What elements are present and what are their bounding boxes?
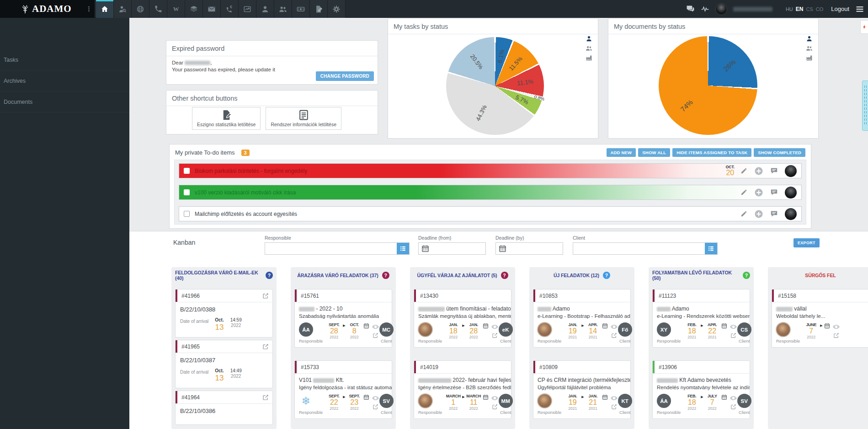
- calendar-icon[interactable]: [602, 323, 608, 329]
- responsible-avatar[interactable]: [538, 322, 552, 337]
- user-avatar[interactable]: [715, 3, 727, 15]
- kanban-card[interactable]: #15761 - 2022 - 10 Szabadság nyilvántart…: [294, 289, 392, 348]
- responsible-list-button[interactable]: [397, 243, 409, 254]
- nav-item-billing-phone[interactable]: [221, 0, 239, 18]
- card-title[interactable]: 2022- február havi fejles...: [414, 374, 511, 383]
- help-icon[interactable]: ?: [266, 272, 273, 279]
- todo-checkbox[interactable]: [184, 168, 190, 174]
- card-title[interactable]: Adamo: [653, 302, 750, 312]
- kanban-card[interactable]: #11123 Adamo e-Learning - Rendszerek köz…: [652, 289, 750, 348]
- watch-icon[interactable]: [610, 323, 618, 331]
- menu-dots-icon[interactable]: [84, 3, 93, 15]
- nav-item-mail[interactable]: [203, 0, 221, 18]
- open-task-icon[interactable]: [730, 332, 736, 338]
- open-email-icon[interactable]: [262, 293, 269, 299]
- calendar-icon[interactable]: [419, 243, 431, 254]
- help-icon[interactable]: ?: [382, 272, 389, 279]
- deadline-by-input[interactable]: [509, 243, 563, 254]
- responsible-avatar[interactable]: ÁA: [657, 394, 671, 408]
- kanban-card[interactable]: #41965 B/22/10/0387 Date of arrival Oct.…: [175, 340, 273, 388]
- card-description[interactable]: Ügyfélportál fájlátvitel probléma: [533, 383, 630, 390]
- kanban-card[interactable]: #13906 Kft Adamo bevezetés Rendelés nyom…: [652, 360, 750, 419]
- show-all-button[interactable]: SHOW ALL: [638, 148, 670, 157]
- help-icon[interactable]: ?: [603, 272, 610, 279]
- calendar-icon[interactable]: [721, 323, 727, 329]
- nav-item-globe[interactable]: [132, 0, 149, 18]
- language-hu[interactable]: HU: [786, 6, 793, 12]
- hamburger-menu-icon[interactable]: [855, 5, 864, 14]
- nav-item-phone[interactable]: [149, 0, 167, 18]
- card-id[interactable]: #15733: [301, 364, 319, 370]
- client-avatar[interactable]: MM: [499, 394, 513, 408]
- card-title[interactable]: - 2022 - 10: [295, 302, 392, 312]
- email-reference[interactable]: B/22/10/0387: [180, 357, 268, 364]
- kanban-card[interactable]: #41964 B/22/10/0386: [175, 391, 273, 425]
- watch-icon[interactable]: [610, 394, 618, 402]
- add-to-task-icon[interactable]: [754, 188, 763, 197]
- calendar-icon[interactable]: [363, 394, 369, 400]
- open-email-icon[interactable]: [262, 343, 269, 350]
- card-title[interactable]: vállal: [772, 302, 868, 312]
- open-email-icon[interactable]: [262, 394, 269, 401]
- responsible-avatar[interactable]: [776, 322, 790, 337]
- language-cs[interactable]: CS: [806, 6, 813, 12]
- client-avatar[interactable]: MC: [379, 322, 394, 337]
- person-filter-icon[interactable]: [806, 35, 813, 42]
- calendar-icon[interactable]: [363, 323, 369, 329]
- watch-icon[interactable]: [832, 323, 840, 331]
- people-filter-icon[interactable]: [586, 45, 592, 52]
- card-id[interactable]: #11123: [659, 293, 676, 299]
- card-id[interactable]: #15761: [301, 293, 319, 299]
- edit-icon[interactable]: [740, 167, 747, 174]
- nav-item-user[interactable]: [256, 0, 274, 18]
- comment-icon[interactable]: [770, 167, 778, 175]
- calendar-icon[interactable]: [721, 394, 727, 400]
- card-description[interactable]: Igény feldolgozása - irat státusz automa…: [295, 383, 392, 390]
- show-completed-button[interactable]: SHOW COMPLETED: [754, 148, 805, 157]
- todo-avatar[interactable]: [785, 208, 797, 220]
- todo-checkbox[interactable]: [184, 211, 190, 217]
- documents-pie-chart[interactable]: 26%74%: [659, 36, 757, 135]
- client-avatar[interactable]: KT: [618, 394, 632, 408]
- comment-icon[interactable]: [770, 210, 778, 218]
- card-id[interactable]: #13906: [659, 364, 677, 370]
- nav-item-settings[interactable]: [328, 0, 346, 18]
- responsible-avatar[interactable]: [538, 394, 552, 408]
- snowflake-icon[interactable]: ❄: [299, 394, 313, 408]
- company-filter-icon[interactable]: [586, 54, 592, 61]
- tasks-pie-chart[interactable]: 6.1%11.5%11.1%0.8%5.7%44.3%20.5%: [446, 37, 544, 135]
- sidebar-item-archives[interactable]: Archives: [0, 70, 129, 91]
- watch-icon[interactable]: [491, 323, 499, 331]
- language-en[interactable]: EN: [796, 6, 804, 12]
- nav-item-contracts[interactable]: [310, 0, 328, 18]
- client-input[interactable]: [573, 243, 705, 254]
- kanban-card[interactable]: #14019 2022- február havi fejles... Igén…: [414, 360, 511, 419]
- todo-checkbox[interactable]: [184, 189, 190, 195]
- open-task-icon[interactable]: [373, 332, 378, 338]
- comment-icon[interactable]: [770, 188, 778, 196]
- hide-items-assigned-to-task-button[interactable]: HIDE ITEMS ASSIGNED TO TASK: [672, 148, 751, 157]
- watch-icon[interactable]: [372, 323, 379, 331]
- kanban-card[interactable]: #13430 ütem finomításai - feladatok Szám…: [414, 289, 511, 348]
- card-title[interactable]: CP és CRM integráció (termékfejlesztés): [533, 374, 630, 383]
- add-new-button[interactable]: ADD NEW: [607, 148, 636, 157]
- responsible-avatar[interactable]: [418, 322, 432, 337]
- email-reference[interactable]: B/22/10/0388: [180, 306, 268, 313]
- card-id[interactable]: #41966: [181, 293, 200, 299]
- todo-item[interactable]: Mailchimp előfizetés és account egyesíté…: [179, 206, 802, 221]
- card-title[interactable]: V101 Kft.: [295, 374, 392, 383]
- edit-icon[interactable]: [740, 189, 747, 196]
- company-filter-icon[interactable]: [806, 54, 813, 61]
- card-title[interactable]: ütem finomításai - feladatok: [414, 302, 511, 312]
- calendar-icon[interactable]: [483, 323, 489, 329]
- todo-item[interactable]: Biokom parkolási büntetés - forgalmi eng…: [179, 163, 802, 178]
- watch-icon[interactable]: [372, 394, 379, 402]
- nav-item-layers[interactable]: [185, 0, 203, 18]
- open-task-icon[interactable]: [611, 404, 617, 410]
- edit-icon[interactable]: [740, 210, 747, 217]
- kanban-card[interactable]: #10853 Adamo e-Learning - Bootstrap - Fe…: [533, 289, 631, 348]
- kanban-card[interactable]: #41966 B/22/10/0388 Date of arrival Oct.…: [175, 289, 273, 338]
- card-id[interactable]: #41964: [181, 394, 200, 401]
- nav-item-team[interactable]: [274, 0, 292, 18]
- nav-item-home[interactable]: [96, 0, 114, 18]
